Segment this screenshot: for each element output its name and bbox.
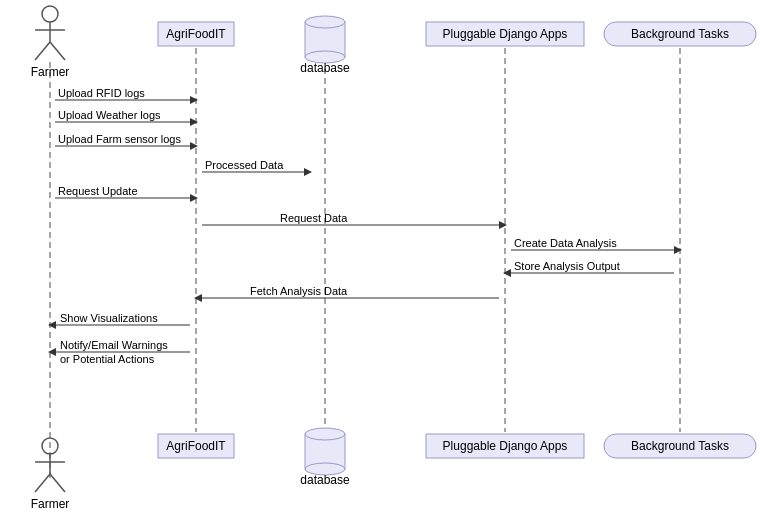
- agrifoodit-top-label: AgriFoodIT: [166, 27, 226, 41]
- svg-point-13: [305, 51, 345, 63]
- svg-rect-44: [305, 434, 345, 469]
- svg-line-41: [35, 474, 50, 492]
- svg-marker-29: [674, 246, 682, 254]
- svg-rect-48: [604, 434, 756, 458]
- svg-rect-43: [158, 434, 234, 458]
- msg-processed-data: Processed Data: [205, 159, 284, 171]
- msg-notify-warnings-2: or Potential Actions: [60, 353, 155, 365]
- svg-marker-17: [190, 96, 198, 104]
- svg-line-8: [35, 42, 50, 60]
- svg-point-5: [42, 6, 58, 22]
- msg-request-update: Request Update: [58, 185, 138, 197]
- msg-store-analysis: Store Analysis Output: [514, 260, 620, 272]
- svg-rect-15: [604, 22, 756, 46]
- svg-marker-23: [304, 168, 312, 176]
- svg-rect-10: [158, 22, 234, 46]
- background-top-label: Background Tasks: [631, 27, 729, 41]
- msg-upload-farm: Upload Farm sensor logs: [58, 133, 181, 145]
- svg-line-9: [50, 42, 65, 60]
- svg-rect-47: [426, 434, 584, 458]
- database-top-label: database: [300, 61, 350, 75]
- pluggable-top-label: Pluggable Django Apps: [443, 27, 568, 41]
- msg-fetch-analysis: Fetch Analysis Data: [250, 285, 348, 297]
- farmer-bottom-label: Farmer: [31, 497, 70, 511]
- svg-line-42: [50, 474, 65, 492]
- svg-marker-19: [190, 118, 198, 126]
- svg-marker-27: [499, 221, 507, 229]
- sequence-diagram: Farmer AgriFoodIT database Pluggable Dja…: [0, 0, 760, 516]
- pluggable-bottom-label: Pluggable Django Apps: [443, 439, 568, 453]
- agrifoodit-bottom-label: AgriFoodIT: [166, 439, 226, 453]
- svg-marker-25: [190, 194, 198, 202]
- svg-marker-35: [48, 321, 56, 329]
- background-bottom-label: Background Tasks: [631, 439, 729, 453]
- svg-point-45: [305, 428, 345, 440]
- msg-notify-warnings-1: Notify/Email Warnings: [60, 339, 168, 351]
- svg-marker-21: [190, 142, 198, 150]
- svg-point-46: [305, 463, 345, 475]
- svg-marker-31: [503, 269, 511, 277]
- svg-marker-37: [48, 348, 56, 356]
- msg-upload-rfid: Upload RFID logs: [58, 87, 145, 99]
- svg-point-12: [305, 16, 345, 28]
- msg-request-data: Request Data: [280, 212, 348, 224]
- msg-show-viz: Show Visualizations: [60, 312, 158, 324]
- svg-rect-11: [305, 22, 345, 57]
- msg-create-analysis: Create Data Analysis: [514, 237, 617, 249]
- svg-rect-14: [426, 22, 584, 46]
- svg-marker-33: [194, 294, 202, 302]
- svg-point-38: [42, 438, 58, 454]
- farmer-top-label: Farmer: [31, 65, 70, 79]
- database-bottom-label: database: [300, 473, 350, 487]
- msg-upload-weather: Upload Weather logs: [58, 109, 161, 121]
